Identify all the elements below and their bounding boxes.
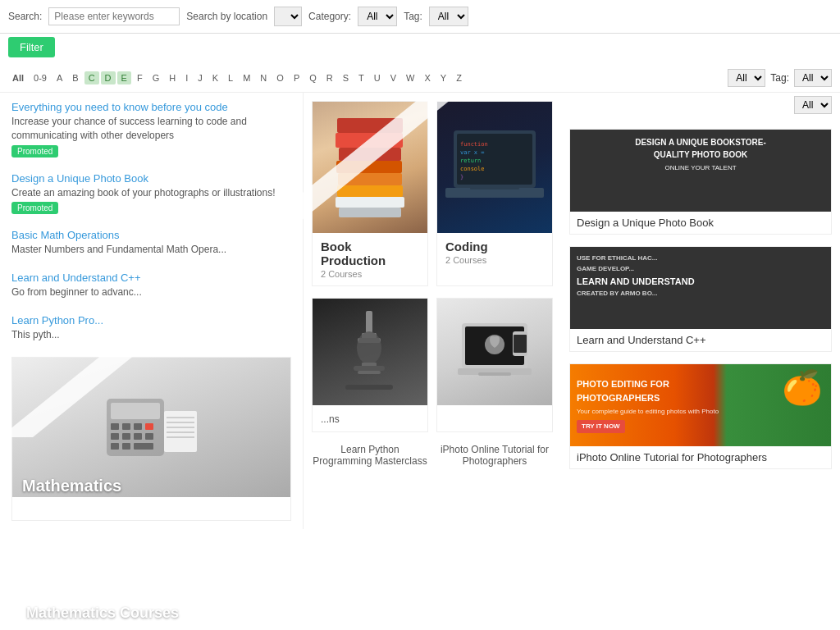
alpha-p[interactable]: P	[290, 71, 304, 84]
page-wrapper: Search: Search by location Category: All…	[0, 0, 840, 630]
svg-rect-7	[122, 433, 130, 440]
detail-card-iphoto[interactable]: PHOTO EDITING FOR PHOTOGRAPHERS Your com…	[569, 363, 832, 469]
card-coding-body: Coding 2 Courses	[437, 233, 552, 272]
svg-rect-3	[122, 423, 130, 430]
svg-rect-13	[164, 411, 197, 452]
category-select[interactable]: All	[358, 7, 397, 26]
alpha-g[interactable]: G	[148, 71, 164, 84]
alpha-d[interactable]: D	[101, 71, 116, 84]
svg-rect-35	[470, 186, 519, 189]
iphoto-label: iPhoto Online Tutorial for Photographers	[436, 441, 553, 470]
course-item-4: Learn and Understand C++ Go from beginne…	[11, 272, 291, 299]
math-courses-label: Mathematics Courses	[26, 605, 179, 622]
alpha-l[interactable]: L	[224, 71, 237, 84]
card-apple[interactable]	[436, 298, 553, 432]
svg-point-39	[357, 331, 381, 364]
alpha-t[interactable]: T	[354, 71, 368, 84]
svg-rect-50	[514, 335, 527, 353]
alpha-k[interactable]: K	[208, 71, 222, 84]
svg-rect-26	[339, 208, 401, 217]
alpha-f[interactable]: F	[133, 71, 147, 84]
svg-rect-43	[345, 385, 393, 390]
location-label: Search by location	[186, 11, 267, 22]
svg-rect-1	[111, 403, 160, 419]
alpha-all[interactable]: All	[8, 71, 28, 84]
center-grid: Book Production 2 Courses function va	[304, 93, 561, 529]
filter2-all-select[interactable]: All	[728, 69, 765, 87]
alpha-b[interactable]: B	[68, 71, 82, 84]
svg-rect-11	[122, 443, 130, 450]
card-science[interactable]: ...ns	[312, 298, 428, 432]
alpha-v[interactable]: V	[386, 71, 400, 84]
alpha-w[interactable]: W	[402, 71, 418, 84]
alpha-c[interactable]: C	[84, 71, 99, 84]
alpha-q[interactable]: Q	[305, 71, 321, 84]
category-label: Category:	[308, 11, 351, 22]
alpha-i[interactable]: I	[181, 71, 192, 84]
svg-text:var x =: var x =	[460, 149, 485, 156]
alphabet-bar: All 0-9 A B C D E F G H I J K L M N O P …	[0, 64, 840, 93]
detail-card-photobook[interactable]: DESIGN A UNIQUE BOOKSTORE-QUALITY PHOTO …	[569, 129, 832, 235]
detail-img-cpp: USE FOR ETHICAL HAC... GAME DEVELOP... L…	[570, 247, 831, 329]
filter2-tag-label: Tag:	[770, 72, 789, 84]
svg-text:function: function	[460, 141, 488, 148]
alpha-09[interactable]: 0-9	[30, 71, 51, 84]
alpha-a[interactable]: A	[52, 71, 66, 84]
course-title-4[interactable]: Learn and Understand C++	[11, 272, 141, 284]
detail-img-iphoto: PHOTO EDITING FOR PHOTOGRAPHERS Your com…	[570, 364, 831, 446]
location-select[interactable]	[274, 7, 302, 26]
course-item-3: Basic Math Operations Master Numbers and…	[11, 229, 291, 257]
alpha-u[interactable]: U	[370, 71, 385, 84]
tag-label: Tag:	[404, 11, 422, 22]
tag-select[interactable]: All	[429, 7, 468, 26]
bottom-card-row: ...ns	[312, 298, 553, 432]
alpha-r[interactable]: R	[322, 71, 337, 84]
svg-rect-12	[134, 443, 153, 450]
course-title-3[interactable]: Basic Math Operations	[11, 229, 120, 241]
left-panel: Everything you need to know before you c…	[0, 93, 304, 529]
right-detail-panel: All DESIGN A UNIQUE BOOKSTORE-QUALITY PH…	[561, 93, 840, 529]
course-desc-5: This pyth...	[11, 328, 291, 342]
svg-rect-8	[134, 433, 142, 440]
alpha-x[interactable]: X	[421, 71, 435, 84]
alpha-z[interactable]: Z	[452, 71, 466, 84]
alpha-n[interactable]: N	[256, 71, 271, 84]
alpha-y[interactable]: Y	[436, 71, 450, 84]
card-science-title: ...ns	[321, 413, 419, 425]
course-title-5[interactable]: Learn Python Pro...	[11, 314, 103, 326]
alpha-e[interactable]: E	[117, 71, 131, 84]
course-item-2: Design a Unique Photo Book Create an ama…	[11, 172, 291, 215]
svg-rect-19	[337, 118, 403, 133]
coding-filter-select[interactable]: All	[794, 96, 832, 114]
card-coding[interactable]: function var x = return console } Coding…	[436, 101, 553, 286]
detail-card-cpp[interactable]: USE FOR ETHICAL HAC... GAME DEVELOP... L…	[569, 246, 832, 352]
alpha-m[interactable]: M	[239, 71, 254, 84]
svg-rect-4	[134, 423, 142, 430]
coding-filter-row: All	[569, 93, 832, 117]
alpha-j[interactable]: J	[194, 71, 207, 84]
card-book-body: Book Production 2 Courses	[313, 233, 427, 285]
card-coding-count: 2 Courses	[445, 255, 544, 265]
alpha-s[interactable]: S	[339, 71, 353, 84]
detail-title-iphoto: iPhoto Online Tutorial for Photographers	[570, 446, 831, 468]
svg-text:return: return	[460, 158, 481, 164]
card-book-production[interactable]: Book Production 2 Courses	[312, 101, 428, 286]
alpha-h[interactable]: H	[165, 71, 180, 84]
course-title-1[interactable]: Everything you need to know before you c…	[11, 101, 228, 113]
course-desc-3: Master Numbers and Fundamental Math Oper…	[11, 243, 291, 257]
course-desc-1: Increase your chance of success learning…	[11, 115, 291, 143]
python-label: Learn Python Programming Masterclass	[312, 441, 428, 470]
card-science-body: ...ns	[313, 405, 427, 431]
alpha-o[interactable]: O	[272, 71, 288, 84]
promoted-badge-2: Promoted	[11, 202, 58, 214]
search-bar: Search: Search by location Category: All…	[0, 0, 840, 34]
filter2-tag-select[interactable]: All	[794, 69, 832, 87]
filter-button[interactable]: Filter	[8, 37, 55, 57]
svg-rect-42	[358, 371, 381, 374]
course-desc-2: Create an amazing book of your photograp…	[11, 186, 291, 200]
svg-text:}: }	[460, 174, 463, 180]
course-title-2[interactable]: Design a Unique Photo Book	[11, 172, 148, 185]
detail-img-photobook: DESIGN A UNIQUE BOOKSTORE-QUALITY PHOTO …	[570, 130, 831, 212]
svg-rect-5	[145, 423, 153, 430]
search-input[interactable]	[48, 7, 180, 25]
